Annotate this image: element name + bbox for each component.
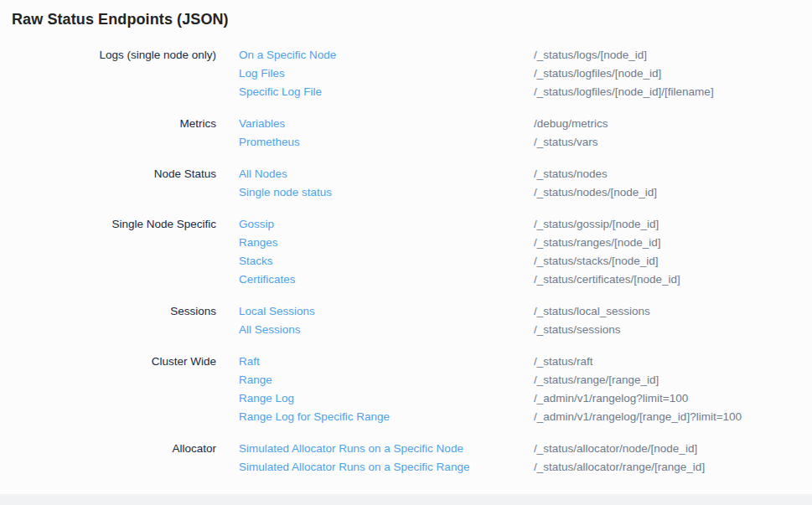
endpoint-url: /_status/logfiles/[node_id]: [534, 64, 661, 83]
endpoint-section: Single Node Specific Gossip /_status/gos…: [0, 215, 812, 289]
endpoint-row: Specific Log File /_status/logfiles/[nod…: [239, 83, 714, 101]
endpoint-row: Log Files /_status/logfiles/[node_id]: [239, 64, 714, 83]
endpoint-section: Metrics Variables /debug/metrics Prometh…: [0, 115, 812, 152]
endpoint-row: Simulated Allocator Runs on a Specific R…: [239, 458, 705, 477]
endpoint-url: /debug/metrics: [534, 115, 608, 133]
endpoint-section: Cluster Wide Raft /_status/raft Range /_…: [0, 353, 812, 426]
endpoint-link[interactable]: Single node status: [239, 183, 534, 202]
category-label: Allocator: [0, 440, 216, 458]
endpoint-row: Range Log /_admin/v1/rangelog?limit=100: [239, 389, 742, 408]
endpoint-row: Stacks /_status/stacks/[node_id]: [239, 252, 680, 271]
endpoint-url: /_status/nodes: [534, 165, 608, 183]
endpoint-entries: Raft /_status/raft Range /_status/range/…: [239, 353, 742, 426]
endpoint-section: Allocator Simulated Allocator Runs on a …: [0, 440, 812, 477]
endpoint-link[interactable]: Variables: [239, 115, 534, 133]
endpoint-row: Range Log for Specific Range /_admin/v1/…: [239, 408, 742, 426]
endpoint-row: Prometheus /_status/vars: [239, 133, 608, 152]
endpoint-entries: Simulated Allocator Runs on a Specific N…: [239, 440, 705, 477]
endpoint-url: /_status/gossip/[node_id]: [534, 215, 659, 234]
endpoint-row: All Sessions /_status/sessions: [239, 321, 650, 339]
endpoint-url: /_admin/v1/rangelog/[range_id]?limit=100: [534, 408, 742, 426]
category-label: Logs (single node only): [0, 46, 216, 64]
endpoint-row: Range /_status/range/[range_id]: [239, 371, 742, 389]
endpoint-url: /_status/raft: [534, 353, 593, 371]
endpoint-link[interactable]: Certificates: [239, 271, 534, 289]
endpoint-link[interactable]: Ranges: [239, 234, 534, 252]
endpoint-section: Sessions Local Sessions /_status/local_s…: [0, 302, 812, 339]
endpoint-link[interactable]: Simulated Allocator Runs on a Specific N…: [239, 440, 534, 458]
endpoint-link[interactable]: Local Sessions: [239, 302, 534, 321]
category-label: Cluster Wide: [0, 353, 216, 371]
endpoint-sections: Logs (single node only) On a Specific No…: [0, 46, 812, 477]
endpoint-link[interactable]: Range Log: [239, 389, 534, 408]
endpoint-entries: All Nodes /_status/nodes Single node sta…: [239, 165, 657, 202]
endpoint-link[interactable]: Specific Log File: [239, 83, 534, 101]
endpoint-row: On a Specific Node /_status/logs/[node_i…: [239, 46, 714, 64]
endpoint-url: /_admin/v1/rangelog?limit=100: [534, 389, 688, 408]
category-label: Sessions: [0, 302, 216, 321]
endpoint-row: Simulated Allocator Runs on a Specific N…: [239, 440, 705, 458]
endpoint-row: Single node status /_status/nodes/[node_…: [239, 183, 657, 202]
category-label: Metrics: [0, 115, 216, 133]
endpoint-url: /_status/vars: [534, 133, 598, 152]
endpoint-link[interactable]: On a Specific Node: [239, 46, 534, 64]
endpoint-entries: Gossip /_status/gossip/[node_id] Ranges …: [239, 215, 680, 289]
endpoint-link[interactable]: Range: [239, 371, 534, 389]
endpoint-link[interactable]: All Nodes: [239, 165, 534, 183]
endpoint-entries: On a Specific Node /_status/logs/[node_i…: [239, 46, 714, 101]
bottom-strip: [0, 494, 812, 505]
endpoint-row: Raft /_status/raft: [239, 353, 742, 371]
endpoint-url: /_status/nodes/[node_id]: [534, 183, 657, 202]
endpoint-link[interactable]: Raft: [239, 353, 534, 371]
endpoint-url: /_status/logs/[node_id]: [534, 46, 647, 64]
endpoint-link[interactable]: Gossip: [239, 215, 534, 234]
endpoint-entries: Variables /debug/metrics Prometheus /_st…: [239, 115, 608, 152]
category-label: Single Node Specific: [0, 215, 216, 234]
endpoint-row: Variables /debug/metrics: [239, 115, 608, 133]
endpoint-url: /_status/allocator/node/[node_id]: [534, 440, 697, 458]
endpoint-link[interactable]: Range Log for Specific Range: [239, 408, 534, 426]
endpoint-entries: Local Sessions /_status/local_sessions A…: [239, 302, 650, 339]
endpoint-url: /_status/sessions: [534, 321, 621, 339]
endpoint-url: /_status/certificates/[node_id]: [534, 271, 680, 289]
endpoint-link[interactable]: Stacks: [239, 252, 534, 271]
debug-page: Raw Status Endpoints (JSON) Logs (single…: [0, 0, 812, 477]
endpoint-url: /_status/allocator/range/[range_id]: [534, 458, 705, 477]
endpoint-row: Gossip /_status/gossip/[node_id]: [239, 215, 680, 234]
endpoint-url: /_status/ranges/[node_id]: [534, 234, 661, 252]
endpoint-url: /_status/local_sessions: [534, 302, 650, 321]
endpoint-link[interactable]: All Sessions: [239, 321, 534, 339]
endpoint-url: /_status/logfiles/[node_id]/[filename]: [534, 83, 714, 101]
endpoint-row: Certificates /_status/certificates/[node…: [239, 271, 680, 289]
endpoint-link[interactable]: Simulated Allocator Runs on a Specific R…: [239, 458, 534, 477]
endpoint-row: Local Sessions /_status/local_sessions: [239, 302, 650, 321]
page-title: Raw Status Endpoints (JSON): [12, 11, 812, 28]
endpoint-link[interactable]: Prometheus: [239, 133, 534, 152]
endpoint-link[interactable]: Log Files: [239, 64, 534, 83]
endpoint-row: All Nodes /_status/nodes: [239, 165, 657, 183]
endpoint-section: Logs (single node only) On a Specific No…: [0, 46, 812, 101]
endpoint-row: Ranges /_status/ranges/[node_id]: [239, 234, 680, 252]
category-label: Node Status: [0, 165, 216, 183]
endpoint-section: Node Status All Nodes /_status/nodes Sin…: [0, 165, 812, 202]
endpoint-url: /_status/stacks/[node_id]: [534, 252, 659, 271]
endpoint-url: /_status/range/[range_id]: [534, 371, 659, 389]
